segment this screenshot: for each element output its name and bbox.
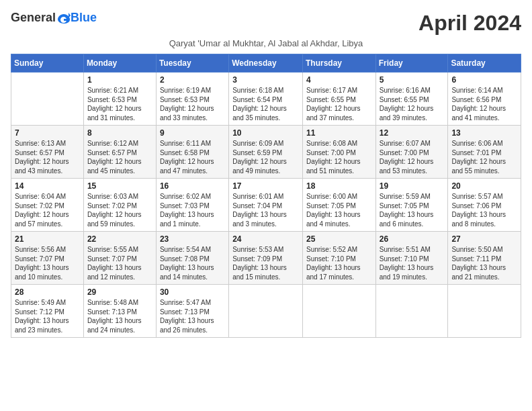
day-info: Sunrise: 6:17 AMSunset: 6:55 PMDaylight:…: [306, 86, 372, 122]
day-number: 6: [451, 75, 517, 85]
day-number: 23: [160, 234, 225, 244]
day-info: Sunrise: 6:13 AMSunset: 6:57 PMDaylight:…: [15, 139, 80, 175]
day-info: Sunrise: 6:11 AMSunset: 6:58 PMDaylight:…: [160, 139, 225, 175]
calendar-cell: 7Sunrise: 6:13 AMSunset: 6:57 PMDaylight…: [11, 126, 84, 179]
calendar-cell: 10Sunrise: 6:09 AMSunset: 6:59 PMDayligh…: [229, 126, 303, 179]
calendar-cell: 8Sunrise: 6:12 AMSunset: 6:57 PMDaylight…: [83, 126, 156, 179]
day-number: 10: [232, 128, 299, 138]
calendar-cell: [11, 73, 84, 126]
day-info: Sunrise: 5:56 AMSunset: 7:07 PMDaylight:…: [15, 245, 80, 281]
day-number: 21: [15, 234, 80, 244]
day-number: 25: [306, 234, 372, 244]
day-number: 29: [87, 287, 152, 297]
day-number: 7: [15, 128, 80, 138]
day-number: 8: [87, 128, 152, 138]
calendar-cell: 29Sunrise: 5:48 AMSunset: 7:13 PMDayligh…: [83, 285, 156, 338]
calendar-cell: 15Sunrise: 6:03 AMSunset: 7:02 PMDayligh…: [83, 179, 156, 232]
column-header-thursday: Thursday: [302, 54, 375, 73]
day-info: Sunrise: 6:01 AMSunset: 7:04 PMDaylight:…: [232, 192, 299, 228]
day-info: Sunrise: 5:50 AMSunset: 7:11 PMDaylight:…: [451, 245, 517, 281]
day-info: Sunrise: 5:49 AMSunset: 7:12 PMDaylight:…: [15, 298, 80, 334]
day-info: Sunrise: 5:48 AMSunset: 7:13 PMDaylight:…: [87, 298, 152, 334]
day-number: 15: [87, 181, 152, 191]
day-info: Sunrise: 5:53 AMSunset: 7:09 PMDaylight:…: [232, 245, 299, 281]
calendar-cell: 2Sunrise: 6:19 AMSunset: 6:53 PMDaylight…: [156, 73, 228, 126]
calendar-cell: 19Sunrise: 5:59 AMSunset: 7:05 PMDayligh…: [375, 179, 448, 232]
logo: General Blue: [11, 11, 97, 25]
calendar-cell: 12Sunrise: 6:07 AMSunset: 7:00 PMDayligh…: [375, 126, 448, 179]
day-number: 26: [380, 234, 445, 244]
column-header-saturday: Saturday: [448, 54, 521, 73]
calendar-cell: 25Sunrise: 5:52 AMSunset: 7:10 PMDayligh…: [302, 232, 375, 285]
column-header-tuesday: Tuesday: [156, 54, 228, 73]
calendar-week-row: 28Sunrise: 5:49 AMSunset: 7:12 PMDayligh…: [11, 285, 521, 338]
calendar-cell: 24Sunrise: 5:53 AMSunset: 7:09 PMDayligh…: [229, 232, 303, 285]
calendar-cell: 14Sunrise: 6:04 AMSunset: 7:02 PMDayligh…: [11, 179, 84, 232]
month-title: April 2024: [418, 11, 521, 36]
logo-icon: [57, 13, 71, 24]
day-info: Sunrise: 5:52 AMSunset: 7:10 PMDaylight:…: [306, 245, 372, 281]
day-number: 1: [87, 75, 152, 85]
calendar-cell: 9Sunrise: 6:11 AMSunset: 6:58 PMDaylight…: [156, 126, 228, 179]
calendar-cell: 5Sunrise: 6:16 AMSunset: 6:55 PMDaylight…: [375, 73, 448, 126]
column-header-sunday: Sunday: [11, 54, 84, 73]
calendar-cell: [448, 285, 521, 338]
day-number: 17: [232, 181, 299, 191]
calendar-cell: 20Sunrise: 5:57 AMSunset: 7:06 PMDayligh…: [448, 179, 521, 232]
day-number: 18: [306, 181, 372, 191]
logo-blue-text: Blue: [71, 11, 97, 25]
day-info: Sunrise: 6:03 AMSunset: 7:02 PMDaylight:…: [87, 192, 152, 228]
day-number: 22: [87, 234, 152, 244]
calendar-header-row: SundayMondayTuesdayWednesdayThursdayFrid…: [11, 54, 521, 73]
calendar-cell: 11Sunrise: 6:08 AMSunset: 7:00 PMDayligh…: [302, 126, 375, 179]
day-info: Sunrise: 5:54 AMSunset: 7:08 PMDaylight:…: [160, 245, 225, 281]
day-info: Sunrise: 6:06 AMSunset: 7:01 PMDaylight:…: [451, 139, 517, 175]
day-number: 28: [15, 287, 80, 297]
calendar-cell: 4Sunrise: 6:17 AMSunset: 6:55 PMDaylight…: [302, 73, 375, 126]
day-info: Sunrise: 6:02 AMSunset: 7:03 PMDaylight:…: [160, 192, 225, 228]
logo-general-text: General: [11, 11, 56, 25]
calendar-cell: 6Sunrise: 6:14 AMSunset: 6:56 PMDaylight…: [448, 73, 521, 126]
calendar-cell: 26Sunrise: 5:51 AMSunset: 7:10 PMDayligh…: [375, 232, 448, 285]
calendar-cell: 13Sunrise: 6:06 AMSunset: 7:01 PMDayligh…: [448, 126, 521, 179]
day-number: 5: [380, 75, 445, 85]
column-header-wednesday: Wednesday: [229, 54, 303, 73]
day-number: 12: [380, 128, 445, 138]
day-info: Sunrise: 5:51 AMSunset: 7:10 PMDaylight:…: [380, 245, 445, 281]
calendar-week-row: 14Sunrise: 6:04 AMSunset: 7:02 PMDayligh…: [11, 179, 521, 232]
day-number: 27: [451, 234, 517, 244]
day-number: 19: [380, 181, 445, 191]
day-number: 2: [160, 75, 225, 85]
calendar-cell: 30Sunrise: 5:47 AMSunset: 7:13 PMDayligh…: [156, 285, 228, 338]
day-info: Sunrise: 6:21 AMSunset: 6:53 PMDaylight:…: [87, 86, 152, 122]
day-info: Sunrise: 5:55 AMSunset: 7:07 PMDaylight:…: [87, 245, 152, 281]
day-info: Sunrise: 6:09 AMSunset: 6:59 PMDaylight:…: [232, 139, 299, 175]
column-header-friday: Friday: [375, 54, 448, 73]
day-info: Sunrise: 5:59 AMSunset: 7:05 PMDaylight:…: [380, 192, 445, 228]
calendar-cell: 18Sunrise: 6:00 AMSunset: 7:05 PMDayligh…: [302, 179, 375, 232]
calendar-cell: 28Sunrise: 5:49 AMSunset: 7:12 PMDayligh…: [11, 285, 84, 338]
day-number: 13: [451, 128, 517, 138]
day-number: 30: [160, 287, 225, 297]
day-info: Sunrise: 6:12 AMSunset: 6:57 PMDaylight:…: [87, 139, 152, 175]
day-info: Sunrise: 6:04 AMSunset: 7:02 PMDaylight:…: [15, 192, 80, 228]
calendar-table: SundayMondayTuesdayWednesdayThursdayFrid…: [11, 54, 521, 338]
calendar-cell: [375, 285, 448, 338]
calendar-cell: 17Sunrise: 6:01 AMSunset: 7:04 PMDayligh…: [229, 179, 303, 232]
calendar-cell: 23Sunrise: 5:54 AMSunset: 7:08 PMDayligh…: [156, 232, 228, 285]
day-info: Sunrise: 6:08 AMSunset: 7:00 PMDaylight:…: [306, 139, 372, 175]
day-info: Sunrise: 5:57 AMSunset: 7:06 PMDaylight:…: [451, 192, 517, 228]
day-info: Sunrise: 6:16 AMSunset: 6:55 PMDaylight:…: [380, 86, 445, 122]
calendar-cell: 16Sunrise: 6:02 AMSunset: 7:03 PMDayligh…: [156, 179, 228, 232]
calendar-cell: 22Sunrise: 5:55 AMSunset: 7:07 PMDayligh…: [83, 232, 156, 285]
calendar-cell: 3Sunrise: 6:18 AMSunset: 6:54 PMDaylight…: [229, 73, 303, 126]
day-number: 11: [306, 128, 372, 138]
calendar-week-row: 1Sunrise: 6:21 AMSunset: 6:53 PMDaylight…: [11, 73, 521, 126]
calendar-cell: 21Sunrise: 5:56 AMSunset: 7:07 PMDayligh…: [11, 232, 84, 285]
day-number: 14: [15, 181, 80, 191]
calendar-cell: [229, 285, 303, 338]
day-number: 3: [232, 75, 299, 85]
day-info: Sunrise: 6:07 AMSunset: 7:00 PMDaylight:…: [380, 139, 445, 175]
page-header: General Blue April 2024: [11, 11, 521, 36]
day-info: Sunrise: 6:18 AMSunset: 6:54 PMDaylight:…: [232, 86, 299, 122]
